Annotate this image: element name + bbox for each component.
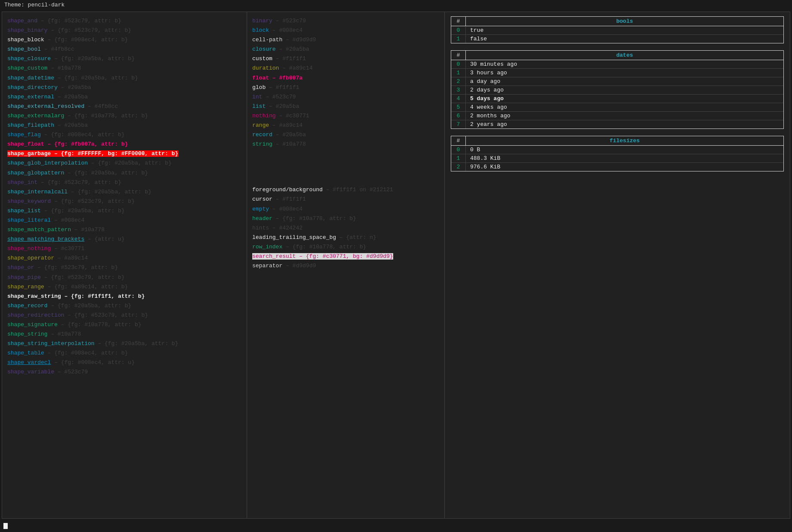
- mid-header: header – {fg: #10a778, attr: b}: [252, 214, 439, 223]
- line-shape-external-resolved: shape_external_resolved – #4fb8cc: [7, 102, 242, 111]
- dates-row-3: 3 2 days ago: [451, 86, 783, 95]
- mid-block: block – #008ec4: [252, 26, 439, 35]
- dates-row-0: 0 30 minutes ago: [451, 60, 783, 69]
- bools-title: bools: [466, 17, 783, 26]
- bools-val-1: false: [466, 35, 783, 43]
- line-shape-block: shape_block – {fg: #008ec4, attr: b}: [7, 35, 242, 45]
- dates-table: # dates 0 30 minutes ago 1 3 hours ago 2…: [451, 50, 784, 129]
- line-shape-bool: shape_bool – #4fb8cc: [7, 45, 242, 54]
- dates-num-1: 1: [451, 69, 466, 77]
- line-shape-binary: shape_binary – {fg: #523c79, attr: b}: [7, 26, 242, 35]
- line-shape-flag: shape_flag – {fg: #008ec4, attr: b}: [7, 130, 242, 140]
- mid-hints: hints – #424242: [252, 223, 439, 233]
- mid-cell-path: cell-path – #d9d9d9: [252, 35, 439, 45]
- mid-closure: closure – #20a5ba: [252, 45, 439, 54]
- mid-leading-trailing: leading_trailing_space_bg – {attr: n}: [252, 233, 439, 242]
- line-shape-int: shape_int – {fg: #523c79, attr: b}: [7, 178, 242, 187]
- mid-separator: separator – #d9d9d9: [252, 261, 439, 271]
- mid-int: int – #523c79: [252, 92, 439, 102]
- dates-val-2: a day ago: [466, 77, 783, 86]
- filesizes-table: # filesizes 0 0 B 1 488.3 KiB 2 976.6 Ki…: [451, 136, 784, 171]
- line-shape-raw-string: shape_raw_string – {fg: #f1f1f1, attr: b…: [7, 292, 242, 301]
- line-shape-list: shape_list – {fg: #20a5ba, attr: b}: [7, 206, 242, 216]
- mid-float: float – #fb007a: [252, 73, 439, 83]
- mid-empty: empty – #008ec4: [252, 205, 439, 214]
- line-shape-keyword: shape_keyword – {fg: #523c79, attr: b}: [7, 197, 242, 206]
- col-mid: binary – #523c79 block – #008ec4 cell-pa…: [247, 12, 445, 518]
- dates-val-3: 2 days ago: [466, 86, 783, 94]
- line-shape-custom: shape_custom – #10a778: [7, 64, 242, 73]
- dates-val-0: 30 minutes ago: [466, 60, 783, 68]
- line-shape-operator: shape_operator – #a89c14: [7, 254, 242, 263]
- mid-list: list – #20a5ba: [252, 102, 439, 111]
- dates-val-6: 2 months ago: [466, 112, 783, 120]
- mid-custom: custom – #f1f1f1: [252, 54, 439, 64]
- line-shape-garbage: shape_garbage – {fg: #FFFFFF, bg: #FF000…: [7, 149, 242, 159]
- cursor-block: [3, 523, 8, 529]
- line-shape-string-interpolation: shape_string_interpolation – {fg: #20a5b…: [7, 339, 242, 349]
- bools-hash: #: [451, 17, 466, 26]
- line-shape-range: shape_range – {fg: #a89c14, attr: b}: [7, 282, 242, 292]
- dates-num-7: 7: [451, 120, 466, 128]
- mid-range: range – #a89c14: [252, 121, 439, 130]
- filesizes-num-2: 2: [451, 163, 466, 171]
- bools-table: # bools 0 true 1 false: [451, 16, 784, 43]
- dates-num-3: 3: [451, 86, 466, 94]
- dates-row-5: 5 4 weeks ago: [451, 103, 783, 112]
- dates-num-4: 4: [451, 95, 466, 103]
- col-right: # bools 0 true 1 false # dates 0 30 minu…: [445, 12, 790, 518]
- mid-glob: glob – #f1f1f1: [252, 83, 439, 92]
- mid-row-index: row_index – {fg: #10a778, attr: b}: [252, 242, 439, 252]
- line-shape-match-pattern: shape_match_pattern – #10a778: [7, 225, 242, 235]
- bools-row-1: 1 false: [451, 35, 783, 43]
- dates-num-5: 5: [451, 103, 466, 111]
- line-shape-literal: shape_literal – #008ec4: [7, 216, 242, 225]
- filesizes-num-0: 0: [451, 146, 466, 154]
- line-shape-directory: shape_directory – #20a5ba: [7, 83, 242, 92]
- main-container: shape_and – {fg: #523c79, attr: b} shape…: [2, 12, 790, 519]
- filesizes-val-2: 976.6 KiB: [466, 163, 783, 171]
- dates-num-0: 0: [451, 60, 466, 68]
- mid-binary: binary – #523c79: [252, 16, 439, 26]
- filesizes-val-0: 0 B: [466, 146, 783, 154]
- line-shape-variable: shape_variable – #523c79: [7, 367, 242, 377]
- filesizes-hash: #: [451, 136, 466, 145]
- bools-num-0: 0: [451, 26, 466, 34]
- line-shape-table: shape_table – {fg: #008ec4, attr: b}: [7, 349, 242, 358]
- dates-num-2: 2: [451, 77, 466, 86]
- line-shape-or: shape_or – {fg: #523c79, attr: b}: [7, 263, 242, 272]
- dates-row-1: 1 3 hours ago: [451, 69, 783, 77]
- filesizes-row-1: 1 488.3 KiB: [451, 154, 783, 163]
- line-shape-glob-interpolation: shape_glob_interpolation – {fg: #20a5ba,…: [7, 159, 242, 168]
- filesizes-val-1: 488.3 KiB: [466, 154, 783, 162]
- dates-val-7: 2 years ago: [466, 120, 783, 128]
- mid-duration: duration – #a89c14: [252, 64, 439, 73]
- filesizes-title: filesizes: [466, 136, 783, 145]
- dates-num-6: 6: [451, 112, 466, 120]
- filesizes-num-1: 1: [451, 154, 466, 162]
- line-shape-filepath: shape_filepath – #20a5ba: [7, 121, 242, 130]
- filesizes-row-2: 2 976.6 KiB: [451, 163, 783, 171]
- line-shape-string: shape_string – #10a778: [7, 330, 242, 339]
- dates-row-6: 6 2 months ago: [451, 112, 783, 120]
- bools-val-0: true: [466, 26, 783, 34]
- dates-header: # dates: [451, 51, 783, 60]
- line-shape-matching-brackets: shape_matching_brackets – {attr: u}: [7, 235, 242, 244]
- line-shape-float: shape_float – {fg: #fb007a, attr: b}: [7, 140, 242, 149]
- line-shape-external: shape_external – #20a5ba: [7, 92, 242, 102]
- bools-header: # bools: [451, 17, 783, 26]
- mid-nothing: nothing – #c30771: [252, 111, 439, 121]
- col-left: shape_and – {fg: #523c79, attr: b} shape…: [2, 12, 247, 518]
- dates-val-5: 4 weeks ago: [466, 103, 783, 111]
- line-shape-pipe: shape_pipe – {fg: #523c79, attr: b}: [7, 273, 242, 282]
- line-shape-internalcall: shape_internalcall – {fg: #20a5ba, attr:…: [7, 187, 242, 197]
- mid-record: record – #20a5ba: [252, 130, 439, 140]
- line-shape-record: shape_record – {fg: #20a5ba, attr: b}: [7, 301, 242, 311]
- dates-title: dates: [466, 51, 783, 60]
- filesizes-row-0: 0 0 B: [451, 146, 783, 154]
- mid-cursor: cursor – #f1f1f1: [252, 195, 439, 204]
- mid-search-result: search_result – {fg: #c30771, bg: #d9d9d…: [252, 252, 439, 261]
- bools-num-1: 1: [451, 35, 466, 43]
- dates-row-2: 2 a day ago: [451, 77, 783, 86]
- bools-row-0: 0 true: [451, 26, 783, 35]
